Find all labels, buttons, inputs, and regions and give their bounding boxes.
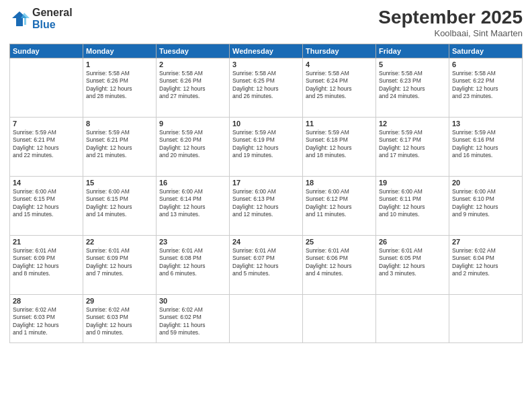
calendar-cell: 2Sunrise: 5:58 AM Sunset: 6:26 PM Daylig… <box>157 58 230 118</box>
cell-info: Sunrise: 6:02 AM Sunset: 6:03 PM Dayligh… <box>86 306 153 337</box>
day-number: 15 <box>86 179 153 187</box>
cell-info: Sunrise: 5:58 AM Sunset: 6:22 PM Dayligh… <box>452 70 519 101</box>
weekday-header-saturday: Saturday <box>449 44 523 58</box>
cell-info: Sunrise: 6:01 AM Sunset: 6:06 PM Dayligh… <box>306 247 373 278</box>
calendar-cell: 20Sunrise: 6:00 AM Sunset: 6:10 PM Dayli… <box>449 177 523 236</box>
cell-info: Sunrise: 6:01 AM Sunset: 6:07 PM Dayligh… <box>232 247 300 278</box>
day-number: 30 <box>159 297 226 305</box>
cell-info: Sunrise: 6:01 AM Sunset: 6:09 PM Dayligh… <box>86 247 153 278</box>
cell-info: Sunrise: 5:59 AM Sunset: 6:21 PM Dayligh… <box>86 129 153 160</box>
calendar-cell: 17Sunrise: 6:00 AM Sunset: 6:13 PM Dayli… <box>230 177 303 236</box>
day-number: 3 <box>232 60 300 68</box>
calendar-cell: 25Sunrise: 6:01 AM Sunset: 6:06 PM Dayli… <box>303 236 376 295</box>
calendar-cell: 12Sunrise: 5:59 AM Sunset: 6:17 PM Dayli… <box>376 118 449 177</box>
calendar-cell <box>449 295 523 343</box>
cell-info: Sunrise: 5:58 AM Sunset: 6:23 PM Dayligh… <box>379 70 446 101</box>
calendar-cell: 5Sunrise: 5:58 AM Sunset: 6:23 PM Daylig… <box>376 58 449 118</box>
day-number: 24 <box>232 238 300 246</box>
cell-info: Sunrise: 6:00 AM Sunset: 6:14 PM Dayligh… <box>159 188 226 219</box>
calendar-cell <box>230 295 303 343</box>
cell-info: Sunrise: 5:59 AM Sunset: 6:19 PM Dayligh… <box>232 129 300 160</box>
cell-info: Sunrise: 5:58 AM Sunset: 6:24 PM Dayligh… <box>306 70 373 101</box>
calendar-cell: 13Sunrise: 5:59 AM Sunset: 6:16 PM Dayli… <box>449 118 523 177</box>
day-number: 10 <box>232 120 300 128</box>
day-number: 1 <box>86 60 153 68</box>
calendar-cell: 26Sunrise: 6:01 AM Sunset: 6:05 PM Dayli… <box>376 236 449 295</box>
day-number: 27 <box>452 238 519 246</box>
cell-info: Sunrise: 6:02 AM Sunset: 6:03 PM Dayligh… <box>13 306 80 337</box>
calendar-cell: 4Sunrise: 5:58 AM Sunset: 6:24 PM Daylig… <box>303 58 376 118</box>
calendar-cell: 18Sunrise: 6:00 AM Sunset: 6:12 PM Dayli… <box>303 177 376 236</box>
day-number: 8 <box>86 120 153 128</box>
day-number: 25 <box>306 238 373 246</box>
day-number: 23 <box>159 238 226 246</box>
cell-info: Sunrise: 6:00 AM Sunset: 6:11 PM Dayligh… <box>379 188 446 219</box>
cell-info: Sunrise: 6:00 AM Sunset: 6:12 PM Dayligh… <box>306 188 373 219</box>
cell-info: Sunrise: 5:59 AM Sunset: 6:17 PM Dayligh… <box>379 129 446 160</box>
title-block: September 2025 Koolbaai, Sint Maarten <box>378 7 523 38</box>
day-number: 29 <box>86 297 153 305</box>
cell-info: Sunrise: 6:00 AM Sunset: 6:10 PM Dayligh… <box>452 188 519 219</box>
weekday-header-wednesday: Wednesday <box>230 44 303 58</box>
day-number: 11 <box>306 120 373 128</box>
calendar-cell: 21Sunrise: 6:01 AM Sunset: 6:09 PM Dayli… <box>10 236 83 295</box>
day-number: 19 <box>379 179 446 187</box>
day-number: 7 <box>13 120 80 128</box>
calendar-week-row: 1Sunrise: 5:58 AM Sunset: 6:26 PM Daylig… <box>10 58 523 118</box>
calendar-cell: 14Sunrise: 6:00 AM Sunset: 6:15 PM Dayli… <box>10 177 83 236</box>
cell-info: Sunrise: 5:58 AM Sunset: 6:25 PM Dayligh… <box>232 70 300 101</box>
calendar-cell: 3Sunrise: 5:58 AM Sunset: 6:25 PM Daylig… <box>230 58 303 118</box>
cell-info: Sunrise: 6:00 AM Sunset: 6:13 PM Dayligh… <box>232 188 300 219</box>
logo-general-text: General <box>32 7 73 19</box>
calendar-cell: 22Sunrise: 6:01 AM Sunset: 6:09 PM Dayli… <box>83 236 157 295</box>
cell-info: Sunrise: 5:59 AM Sunset: 6:20 PM Dayligh… <box>159 129 226 160</box>
cell-info: Sunrise: 5:59 AM Sunset: 6:18 PM Dayligh… <box>306 129 373 160</box>
calendar-cell: 29Sunrise: 6:02 AM Sunset: 6:03 PM Dayli… <box>83 295 157 343</box>
day-number: 28 <box>13 297 80 305</box>
day-number: 14 <box>13 179 80 187</box>
day-number: 2 <box>159 60 226 68</box>
calendar-cell: 9Sunrise: 5:59 AM Sunset: 6:20 PM Daylig… <box>157 118 230 177</box>
weekday-header-tuesday: Tuesday <box>157 44 230 58</box>
calendar-cell: 1Sunrise: 5:58 AM Sunset: 6:26 PM Daylig… <box>83 58 157 118</box>
calendar-cell: 16Sunrise: 6:00 AM Sunset: 6:14 PM Dayli… <box>157 177 230 236</box>
calendar-cell: 23Sunrise: 6:01 AM Sunset: 6:08 PM Dayli… <box>157 236 230 295</box>
calendar-cell: 15Sunrise: 6:00 AM Sunset: 6:15 PM Dayli… <box>83 177 157 236</box>
logo-blue-text: Blue <box>32 19 73 31</box>
cell-info: Sunrise: 5:58 AM Sunset: 6:26 PM Dayligh… <box>159 70 226 101</box>
calendar-cell: 27Sunrise: 6:02 AM Sunset: 6:04 PM Dayli… <box>449 236 523 295</box>
day-number: 22 <box>86 238 153 246</box>
cell-info: Sunrise: 5:58 AM Sunset: 6:26 PM Dayligh… <box>86 70 153 101</box>
day-number: 21 <box>13 238 80 246</box>
cell-info: Sunrise: 6:00 AM Sunset: 6:15 PM Dayligh… <box>13 188 80 219</box>
cell-info: Sunrise: 6:02 AM Sunset: 6:02 PM Dayligh… <box>159 306 226 337</box>
weekday-header-monday: Monday <box>83 44 157 58</box>
calendar-cell: 11Sunrise: 5:59 AM Sunset: 6:18 PM Dayli… <box>303 118 376 177</box>
weekday-header-friday: Friday <box>376 44 449 58</box>
calendar-week-row: 21Sunrise: 6:01 AM Sunset: 6:09 PM Dayli… <box>10 236 523 295</box>
calendar-cell: 28Sunrise: 6:02 AM Sunset: 6:03 PM Dayli… <box>10 295 83 343</box>
calendar-cell <box>376 295 449 343</box>
day-number: 26 <box>379 238 446 246</box>
calendar-week-row: 28Sunrise: 6:02 AM Sunset: 6:03 PM Dayli… <box>10 295 523 343</box>
weekday-header-sunday: Sunday <box>10 44 83 58</box>
day-number: 18 <box>306 179 373 187</box>
calendar-table: SundayMondayTuesdayWednesdayThursdayFrid… <box>9 44 523 343</box>
day-number: 20 <box>452 179 519 187</box>
calendar-cell: 30Sunrise: 6:02 AM Sunset: 6:02 PM Dayli… <box>157 295 230 343</box>
day-number: 4 <box>306 60 373 68</box>
day-number: 17 <box>232 179 300 187</box>
calendar-cell: 6Sunrise: 5:58 AM Sunset: 6:22 PM Daylig… <box>449 58 523 118</box>
day-number: 12 <box>379 120 446 128</box>
calendar-cell: 24Sunrise: 6:01 AM Sunset: 6:07 PM Dayli… <box>230 236 303 295</box>
cell-info: Sunrise: 6:01 AM Sunset: 6:08 PM Dayligh… <box>159 247 226 278</box>
day-number: 13 <box>452 120 519 128</box>
weekday-header-row: SundayMondayTuesdayWednesdayThursdayFrid… <box>10 44 523 58</box>
calendar-cell: 10Sunrise: 5:59 AM Sunset: 6:19 PM Dayli… <box>230 118 303 177</box>
cell-info: Sunrise: 6:02 AM Sunset: 6:04 PM Dayligh… <box>452 247 519 278</box>
cell-info: Sunrise: 5:59 AM Sunset: 6:16 PM Dayligh… <box>452 129 519 160</box>
logo: General Blue <box>9 7 73 30</box>
day-number: 5 <box>379 60 446 68</box>
day-number: 16 <box>159 179 226 187</box>
calendar-cell <box>303 295 376 343</box>
